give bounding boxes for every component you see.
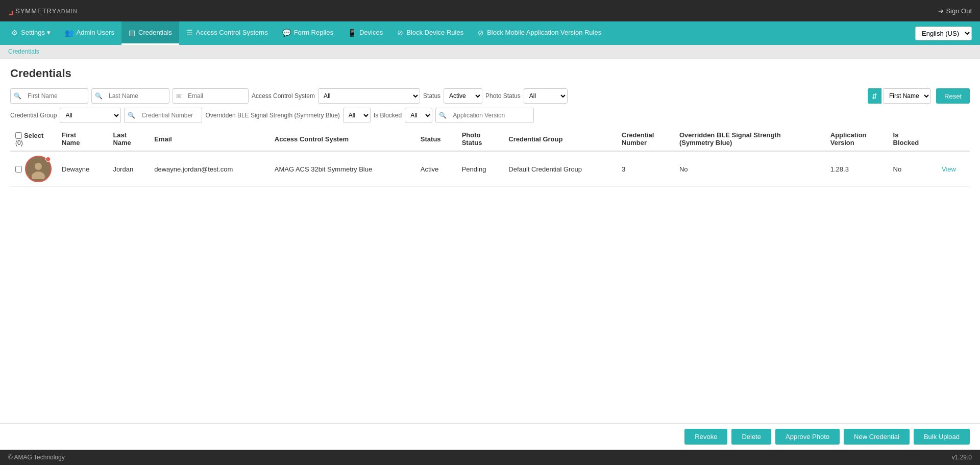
- settings-icon: ⚙: [11, 29, 18, 37]
- acs-filter-label: Access Control System: [252, 92, 315, 100]
- nav-item-credentials[interactable]: ▤ Credentials: [121, 21, 179, 45]
- language-select[interactable]: English (US): [915, 27, 972, 40]
- status-filter-label: Status: [423, 92, 440, 100]
- status-filter-select[interactable]: Active Inactive: [444, 88, 482, 104]
- breadcrumb[interactable]: Credentials: [0, 45, 980, 59]
- col-select: Select (0): [10, 127, 57, 151]
- nav-item-admin-users[interactable]: 👥 Admin Users: [58, 21, 121, 45]
- col-credential-group: Credential Group: [503, 127, 617, 151]
- page-title: Credentials: [10, 67, 970, 80]
- access-control-icon: ☰: [186, 29, 193, 37]
- sort-wrapper: ⇵ First Name Last Name Email Reset: [868, 88, 970, 104]
- select-all-checkbox[interactable]: [15, 132, 22, 139]
- row-ble-signal: No: [674, 151, 825, 187]
- admin-users-icon: 👥: [65, 29, 74, 37]
- row-credential-group: Default Credential Group: [503, 151, 617, 187]
- ble-filter-label: Overridden BLE Signal Strength (Symmetry…: [205, 112, 339, 119]
- nav-item-devices[interactable]: 📱 Devices: [340, 21, 390, 45]
- col-is-blocked: IsBlocked: [888, 127, 937, 151]
- col-photo-status: PhotoStatus: [457, 127, 504, 151]
- nav-item-access-control[interactable]: ☰ Access Control Systems: [179, 21, 275, 45]
- sign-out-button[interactable]: ➔ Sign Out: [938, 7, 972, 15]
- row-is-blocked: No: [888, 151, 937, 187]
- email-search-wrapper: ✉: [173, 88, 249, 104]
- row-photo-status: Pending: [457, 151, 504, 187]
- row-view-link[interactable]: View: [937, 151, 970, 187]
- email-icon: ✉: [176, 92, 182, 100]
- row-last-name: Jordan: [108, 151, 149, 187]
- row-acs: AMAG ACS 32bit Symmetry Blue: [270, 151, 415, 187]
- filter-row-1: 🔍 🔍 ✉ Access Control System All Status A…: [10, 88, 970, 104]
- last-name-search-icon: 🔍: [95, 92, 103, 100]
- last-name-search-wrapper: 🔍: [91, 88, 169, 104]
- col-view: [937, 127, 970, 151]
- row-status: Active: [415, 151, 457, 187]
- block-mobile-icon: ⊘: [478, 29, 484, 37]
- nav-item-block-mobile[interactable]: ⊘ Block Mobile Application Version Rules: [471, 21, 608, 45]
- row-credential-number: 3: [617, 151, 674, 187]
- app-version-search-icon: 🔍: [439, 112, 447, 119]
- block-device-icon: ⊘: [397, 29, 403, 37]
- table-row: Dewayne Jordan dewayne.jordan@test.com A…: [10, 151, 970, 187]
- logo: ⌟ SYMMETRYADMIN: [8, 5, 78, 16]
- nav-left: ⚙ Settings ▾ 👥 Admin Users ▤ Credentials…: [4, 21, 608, 45]
- reset-button[interactable]: Reset: [936, 88, 970, 104]
- first-name-search-icon: 🔍: [14, 92, 21, 100]
- last-name-input[interactable]: [105, 90, 166, 102]
- nav-item-settings[interactable]: ⚙ Settings ▾: [4, 21, 58, 45]
- col-app-version: ApplicationVersion: [825, 127, 888, 151]
- nav-item-block-device[interactable]: ⊘ Block Device Rules: [390, 21, 471, 45]
- row-email: dewayne.jordan@test.com: [149, 151, 270, 187]
- app-version-search-wrapper: 🔍: [435, 108, 534, 123]
- filter-row-2: Credential Group All 🔍 Overridden BLE Si…: [10, 108, 970, 123]
- col-credential-number: CredentialNumber: [617, 127, 674, 151]
- credentials-table-wrapper: Select (0) FirstName LastName Email Acce…: [10, 127, 970, 187]
- sort-select[interactable]: First Name Last Name Email: [884, 88, 931, 104]
- col-email: Email: [149, 127, 270, 151]
- devices-icon: 📱: [348, 29, 356, 37]
- credential-group-select[interactable]: All: [60, 108, 121, 123]
- avatar-wrapper[interactable]: [25, 156, 52, 182]
- photo-status-filter-select[interactable]: All Pending Approved: [524, 88, 568, 104]
- row-checkbox-cell: [10, 151, 57, 187]
- email-input[interactable]: [184, 90, 245, 102]
- col-ble: Overridden BLE Signal Strength(Symmetry …: [674, 127, 825, 151]
- row-app-version: 1.28.3: [825, 151, 888, 187]
- col-acs: Access Control System: [270, 127, 415, 151]
- is-blocked-select[interactable]: All Yes No: [405, 108, 432, 123]
- first-name-search-wrapper: 🔍: [10, 88, 88, 104]
- col-status: Status: [415, 127, 457, 151]
- nav-menu: ⚙ Settings ▾ 👥 Admin Users ▤ Credentials…: [0, 21, 980, 45]
- credential-number-search-icon: 🔍: [128, 112, 135, 119]
- avatar-dot: [45, 157, 51, 162]
- app-version-input[interactable]: [449, 109, 530, 121]
- form-replies-icon: 💬: [282, 29, 291, 37]
- col-first-name: FirstName: [57, 127, 108, 151]
- credentials-icon: ▤: [129, 29, 135, 37]
- bottom-action-bar: Revoke Delete Approve Photo New Credenti…: [0, 423, 980, 424]
- photo-status-filter-label: Photo Status: [485, 92, 521, 100]
- logo-symbol: ⌟: [8, 5, 13, 16]
- row-first-name: Dewayne: [57, 151, 108, 187]
- credential-group-label: Credential Group: [10, 112, 57, 119]
- col-last-name: LastName: [108, 127, 149, 151]
- first-name-input[interactable]: [23, 90, 85, 102]
- ble-filter-select[interactable]: All Yes No: [343, 108, 371, 123]
- acs-filter-select[interactable]: All: [318, 88, 420, 104]
- credentials-table: Select (0) FirstName LastName Email Acce…: [10, 127, 970, 187]
- logo-text: SYMMETRYADMIN: [15, 7, 78, 15]
- main-content: Credentials 🔍 🔍 ✉ Access Control System …: [0, 59, 980, 424]
- top-bar: ⌟ SYMMETRYADMIN ➔ Sign Out: [0, 0, 980, 21]
- sort-icon: ⇵: [868, 88, 881, 104]
- is-blocked-label: Is Blocked: [374, 112, 402, 119]
- row-checkbox[interactable]: [15, 166, 22, 173]
- credential-number-input[interactable]: [137, 109, 199, 121]
- sign-out-icon: ➔: [938, 7, 944, 15]
- credential-number-search-wrapper: 🔍: [124, 108, 202, 123]
- language-selector-wrapper: English (US): [915, 27, 976, 40]
- svg-point-1: [35, 163, 42, 170]
- nav-item-form-replies[interactable]: 💬 Form Replies: [275, 21, 340, 45]
